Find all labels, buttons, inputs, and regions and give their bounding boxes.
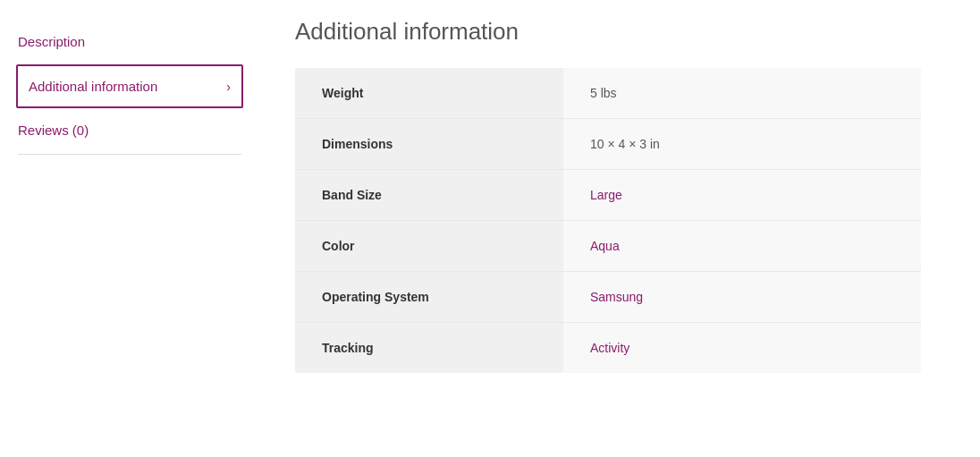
table-row: Tracking Activity [295,323,921,374]
sidebar-item-additional-information[interactable]: Additional information › [16,64,243,108]
table-label: Dimensions [295,119,563,170]
sidebar-item-description[interactable]: Description [18,18,241,66]
table-row: Weight 5 lbs [295,68,921,119]
table-row: Dimensions 10 × 4 × 3 in [295,119,921,170]
table-row: Operating System Samsung [295,272,921,323]
table-value: 5 lbs [563,68,921,119]
table-value-link[interactable]: Large [563,170,921,221]
table-label: Tracking [295,323,563,374]
table-row: Color Aqua [295,221,921,272]
sidebar-item-reviews[interactable]: Reviews (0) [18,106,241,155]
page-title: Additional information [295,18,944,46]
table-value-link[interactable]: Activity [563,323,921,374]
chevron-right-icon: › [226,80,231,94]
table-label: Color [295,221,563,272]
table-label: Operating System [295,272,563,323]
page-wrapper: Description Additional information › Rev… [0,0,980,391]
table-value-link[interactable]: Aqua [563,221,921,272]
main-content: Additional information Weight 5 lbs Dime… [259,18,980,373]
table-label: Weight [295,68,563,119]
sidebar-item-description-label: Description [18,34,85,49]
additional-info-table: Weight 5 lbs Dimensions 10 × 4 × 3 in Ba… [295,68,921,373]
table-label: Band Size [295,170,563,221]
table-value: 10 × 4 × 3 in [563,119,921,170]
sidebar-item-additional-information-label: Additional information [29,79,157,94]
table-row: Band Size Large [295,170,921,221]
table-value-link[interactable]: Samsung [563,272,921,323]
sidebar-item-reviews-label: Reviews (0) [18,123,89,138]
sidebar: Description Additional information › Rev… [0,18,259,373]
